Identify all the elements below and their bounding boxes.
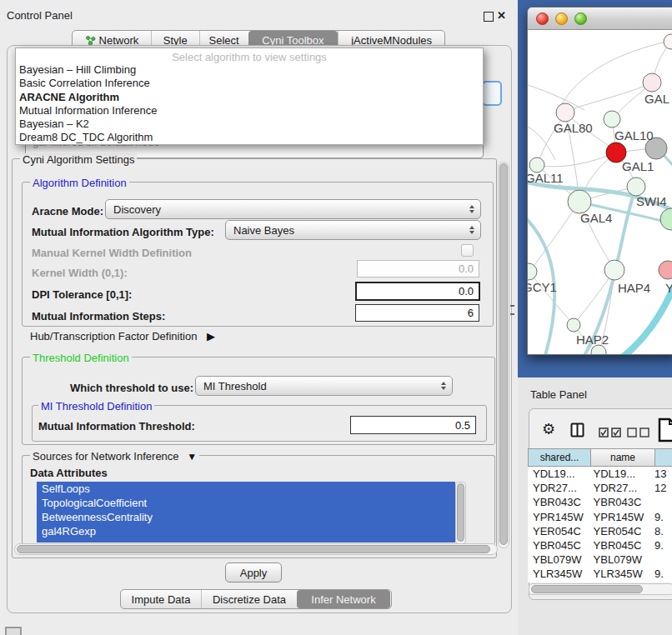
list-item[interactable]: TopologicalCoefficient [37, 496, 455, 510]
tab-label: Discretize Data [213, 593, 286, 606]
table-horizontal-scrollbar[interactable] [529, 583, 672, 595]
dpi-tolerance-input[interactable]: 0.0 [355, 282, 480, 301]
cell: YPR145W [528, 511, 589, 523]
tab-label: Impute Data [132, 593, 191, 606]
dropdown-placeholder: Select algorithm to view settings [16, 50, 483, 63]
aracne-mode-combobox[interactable]: Discovery [105, 199, 481, 219]
mi-steps-input[interactable]: 6 [355, 304, 479, 322]
table-row[interactable]: YBR043C YBR043C [528, 495, 672, 509]
tab-infer-network[interactable]: Infer Network [297, 590, 390, 608]
cell: 9. [649, 568, 672, 580]
dropdown-item[interactable]: Bayesian – K2 [16, 118, 483, 131]
table-row[interactable]: YER054C YER054C 8. [528, 524, 672, 538]
network-graph: GAL GAL80 GAL10 GAL1 GAL11 SWI4 GAL4 GCY… [528, 30, 672, 354]
list-item[interactable]: BetweennessCentrality [37, 510, 455, 524]
cell: YER054C [528, 525, 589, 538]
kernel-width-input[interactable]: 0.0 [357, 260, 479, 278]
node-label: GAL4 [580, 211, 612, 225]
settings-horizontal-scrollbar[interactable] [14, 543, 498, 555]
node-label: GAL [644, 92, 669, 106]
node-bright-green[interactable] [660, 208, 672, 230]
table-row[interactable]: YPR145W YPR145W 9. [528, 510, 672, 524]
table-row[interactable]: YBR045C YBR045C 9. [528, 538, 672, 552]
select-all-checks-icon[interactable] [599, 426, 622, 441]
cell: YDL19... [589, 468, 650, 480]
tab-discretize-data[interactable]: Discretize Data [201, 590, 297, 608]
mi-threshold-value: 0.5 [455, 419, 470, 432]
deselect-all-checks-icon[interactable] [627, 426, 650, 441]
table-row[interactable]: YIL052C YIL052C 9 [528, 582, 672, 583]
cell: 9. [649, 539, 672, 552]
column-header-label: name [610, 452, 635, 463]
column-header-shared-name[interactable]: shared... [528, 448, 591, 467]
node-gal-partial[interactable] [643, 73, 661, 92]
gear-icon[interactable]: ⚙ [542, 422, 555, 437]
table-row[interactable]: YLR345W YLR345W 9. [528, 567, 672, 581]
mi-steps-value: 6 [468, 307, 474, 319]
close-traffic-light[interactable] [536, 12, 549, 25]
which-threshold-value: MI Threshold [203, 380, 267, 392]
network-canvas[interactable]: GAL GAL80 GAL10 GAL1 GAL11 SWI4 GAL4 GCY… [528, 30, 672, 354]
node-gal80[interactable] [556, 103, 574, 122]
kernel-width-label: Kernel Width (0,1): [32, 267, 128, 279]
list-vertical-scrollbar[interactable] [455, 482, 466, 544]
list-item[interactable]: gal4RGexp [37, 524, 455, 538]
column-header-name[interactable]: name [590, 448, 655, 467]
node-gal4[interactable] [568, 190, 591, 213]
tab-impute-data[interactable]: Impute Data [121, 590, 201, 608]
dropdown-item[interactable]: Mutual Information Inference [16, 104, 483, 118]
which-threshold-label: Which threshold to use: [70, 382, 193, 394]
manual-kernel-checkbox[interactable] [461, 244, 474, 257]
threshold-definition-label: Threshold Definition [30, 352, 132, 364]
cell: YDR27... [589, 482, 650, 494]
cell: YPR145W [589, 511, 650, 523]
node-gal1[interactable] [627, 178, 645, 196]
minimize-traffic-light[interactable] [555, 12, 568, 25]
column-header-label: shared... [540, 452, 579, 463]
table-row[interactable]: YDL19... YDL19... 13 [528, 467, 672, 481]
cell: 13 [649, 468, 672, 480]
close-icon[interactable]: ✕ [497, 11, 506, 21]
node-gal10[interactable] [604, 111, 620, 128]
table-row[interactable]: YDR27... YDR27... 12 [528, 481, 672, 495]
table-rows: YDL19... YDL19... 13 YDR27... YDR27... 1… [528, 467, 672, 582]
zoom-traffic-light[interactable] [574, 12, 587, 25]
algorithm-dropdown: Select algorithm to view settings Bayesi… [15, 48, 484, 145]
node-fragment[interactable] [664, 34, 672, 49]
dropdown-item-aracne[interactable]: ARACNE Algorithm [16, 91, 483, 104]
apply-button[interactable]: Apply [225, 562, 282, 582]
sources-label[interactable]: Sources for Network Inference ▼ [30, 450, 199, 462]
column-header-partial[interactable] [654, 448, 672, 467]
node-hap2[interactable] [567, 318, 580, 332]
dropdown-item[interactable]: Dream8 DC_TDC Algorithm [16, 131, 483, 144]
list-item[interactable]: SelfLoops [37, 482, 455, 496]
mi-threshold-input[interactable]: 0.5 [350, 416, 476, 434]
network-tab-icon [85, 35, 96, 46]
node-y-partial[interactable] [659, 261, 672, 279]
node-gcy1[interactable] [528, 263, 537, 280]
hub-expander[interactable]: Hub/Transcription Factor Definition ▶ [30, 330, 215, 342]
cell: YDL19... [528, 468, 589, 480]
dropdown-item[interactable]: Basic Correlation Inference [16, 77, 483, 90]
cell: YBR043C [589, 496, 650, 508]
network-window-titlebar[interactable] [528, 8, 672, 30]
new-table-icon[interactable] [658, 418, 672, 446]
data-attributes-label: Data Attributes [30, 467, 108, 479]
columns-icon[interactable] [570, 422, 584, 441]
dropdown-item[interactable]: Bayesian – Hill Climbing [16, 63, 483, 77]
mi-threshold-group-label: MI Threshold Definition [38, 400, 154, 412]
float-window-icon[interactable] [484, 12, 494, 22]
node-label: GAL10 [614, 128, 654, 142]
algorithm-definition-label: Algorithm Definition [30, 177, 129, 189]
cell: YBR043C [528, 496, 589, 508]
apply-button-label: Apply [240, 567, 268, 579]
divider-grip[interactable] [510, 305, 514, 315]
settings-vertical-scrollbar[interactable] [498, 162, 509, 548]
node-hap4[interactable] [604, 260, 624, 280]
table-row[interactable]: YBL079W YBL079W [528, 552, 672, 567]
data-attributes-list: SelfLoops TopologicalCoefficient Between… [37, 482, 455, 542]
mi-type-combobox[interactable]: Naive Bayes [225, 220, 481, 240]
bottom-tabbar: Impute Data Discretize Data Infer Networ… [120, 589, 392, 609]
which-threshold-combobox[interactable]: MI Threshold [195, 376, 453, 396]
cell: 9. [649, 511, 672, 523]
